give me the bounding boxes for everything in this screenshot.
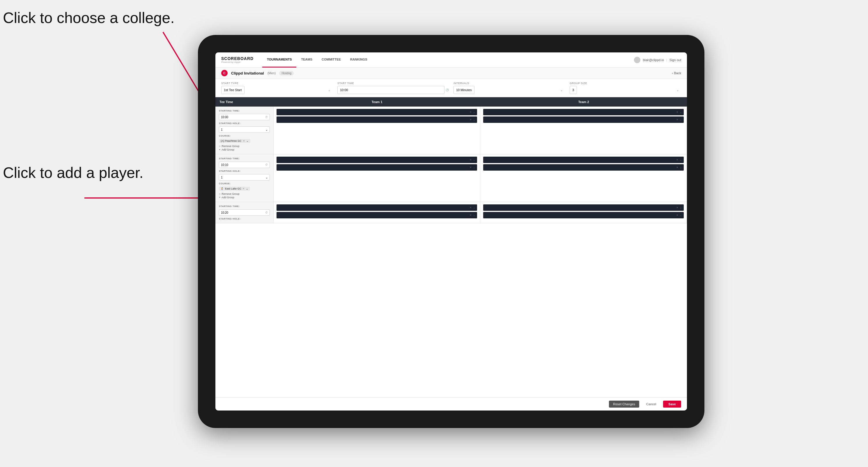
player-row-1b[interactable]: ✕ ⌄ (277, 117, 477, 123)
player-chevron-icon[interactable]: ⌄ (680, 118, 682, 121)
player-row-2c[interactable]: ✕ ⌄ (483, 157, 684, 163)
player-x-icon[interactable]: ✕ (676, 158, 679, 161)
course-label-2: COURSE: (219, 182, 270, 185)
add-group-link-1[interactable]: + Add Group (219, 148, 270, 151)
starting-time-label-1: STARTING TIME: (219, 110, 270, 112)
player-row-1d[interactable]: ✕ ⌄ (483, 117, 684, 123)
intervals-label: Intervals (454, 82, 565, 85)
player-chevron-icon[interactable]: ⌄ (680, 158, 682, 161)
player-row-2d[interactable]: ✕ ⌄ (483, 164, 684, 170)
player-x-icon[interactable]: ✕ (676, 118, 679, 121)
th-team1: Team 1 (274, 97, 480, 106)
start-time-input[interactable] (337, 86, 444, 94)
player-row-3d[interactable]: ✕ ⌄ (483, 212, 684, 218)
logo-area: SCOREBOARD Powered by clippd (221, 56, 253, 63)
remove-icon-2: ○ (219, 192, 220, 195)
course-remove-icon-2[interactable]: ✕ (243, 187, 245, 190)
player-x-icon[interactable]: ✕ (676, 111, 679, 114)
nav-rankings[interactable]: RANKINGS (345, 53, 372, 67)
player-x-icon[interactable]: ✕ (469, 214, 472, 217)
player-chevron-icon[interactable]: ⌄ (680, 214, 682, 217)
remove-group-link-2[interactable]: ○ Remove Group (219, 192, 270, 195)
tee-row-3: STARTING TIME: 10:20⏱ STARTING HOLE: ✕ ⌄ (215, 202, 687, 223)
add-group-link-2[interactable]: + Add Group (219, 196, 270, 199)
player-x-icon[interactable]: ✕ (469, 111, 472, 114)
nav-bar: SCOREBOARD Powered by clippd TOURNAMENTS… (215, 53, 687, 67)
hosting-badge: Hosting (279, 71, 294, 75)
player-x-icon[interactable]: ✕ (469, 118, 472, 121)
player-chevron-icon[interactable]: ⌄ (473, 111, 475, 114)
group-size-select[interactable]: 3 (570, 86, 577, 94)
player-row-3a[interactable]: ✕ ⌄ (277, 205, 477, 211)
player-row-1a[interactable]: ✕ ⌄ (277, 109, 477, 115)
footer-bar: Reset Changes Cancel Save (215, 397, 687, 410)
start-type-label: Start Type (221, 82, 333, 85)
nav-committee[interactable]: COMMITTEE (317, 53, 345, 67)
logo-sub: Powered by clippd (221, 61, 253, 63)
player-row-2a[interactable]: ✕ ⌄ (277, 157, 477, 163)
starting-time-input-2[interactable]: 10:10⏱ (219, 162, 270, 168)
course-chevron-icon-1: ⌄ (246, 139, 249, 143)
player-row-3c[interactable]: ✕ ⌄ (483, 205, 684, 211)
start-type-group: Start Type 1st Tee Start (221, 82, 333, 94)
remove-group-link-1[interactable]: ○ Remove Group (219, 145, 270, 148)
course-remove-icon-1[interactable]: ✕ (243, 139, 245, 143)
add-icon-1: + (219, 148, 220, 151)
back-button[interactable]: ‹ Back (672, 71, 681, 75)
player-x-icon[interactable]: ✕ (469, 206, 472, 209)
logo-text: SCOREBOARD (221, 56, 253, 61)
start-time-label: Start Time (337, 82, 449, 85)
user-email: blair@clippd.io (643, 58, 664, 62)
tee-left-2: STARTING TIME: 10:10⏱ STARTING HOLE: 1⌄ … (215, 154, 274, 202)
form-row: Start Type 1st Tee Start Start Time 🕐 In… (215, 79, 687, 97)
cancel-button[interactable]: Cancel (642, 401, 660, 408)
starting-time-label-3: STARTING TIME: (219, 205, 270, 208)
team2-cell-3: ✕ ⌄ ✕ ⌄ (480, 202, 687, 223)
player-chevron-icon[interactable]: ⌄ (473, 166, 475, 169)
player-x-icon[interactable]: ✕ (469, 158, 472, 161)
remove-icon-1: ○ (219, 145, 220, 148)
player-x-icon[interactable]: ✕ (676, 214, 679, 217)
th-team2: Team 2 (480, 97, 687, 106)
tee-row-2: STARTING TIME: 10:10⏱ STARTING HOLE: 1⌄ … (215, 154, 687, 202)
player-row-3b[interactable]: ✕ ⌄ (277, 212, 477, 218)
reset-button[interactable]: Reset Changes (609, 401, 639, 408)
player-x-icon[interactable]: ✕ (469, 166, 472, 169)
course-chevron-icon-2: ⌄ (246, 187, 248, 190)
starting-hole-label-2: STARTING HOLE: (219, 170, 270, 173)
course-label-1: COURSE: (219, 134, 270, 137)
nav-right: blair@clippd.io | Sign out (634, 57, 681, 63)
player-chevron-icon[interactable]: ⌄ (473, 118, 475, 121)
sign-out-link[interactable]: Sign out (670, 58, 681, 62)
player-x-icon[interactable]: ✕ (676, 166, 679, 169)
player-x-icon[interactable]: ✕ (676, 206, 679, 209)
start-type-select[interactable]: 1st Tee Start (221, 86, 245, 94)
start-time-group: Start Time 🕐 (337, 82, 449, 94)
tablet-frame: SCOREBOARD Powered by clippd TOURNAMENTS… (198, 35, 705, 428)
player-chevron-icon[interactable]: ⌄ (473, 206, 475, 209)
starting-hole-label-1: STARTING HOLE: (219, 122, 270, 125)
tablet-screen: SCOREBOARD Powered by clippd TOURNAMENTS… (215, 53, 687, 410)
action-links-1: ○ Remove Group + Add Group (219, 145, 270, 151)
team2-cell-2: ✕ ⌄ ✕ ⌄ (480, 154, 687, 202)
starting-time-input-3[interactable]: 10:20⏱ (219, 209, 270, 216)
player-chevron-icon[interactable]: ⌄ (473, 214, 475, 217)
starting-hole-input-2[interactable]: 1⌄ (219, 174, 270, 181)
course-tag-2[interactable]: 🏌 East Lake GC ✕ ⌄ (219, 187, 250, 191)
starting-hole-input-1[interactable]: 1⌄ (219, 126, 270, 133)
nav-teams[interactable]: TEAMS (296, 53, 317, 67)
player-chevron-icon[interactable]: ⌄ (680, 206, 682, 209)
player-chevron-icon[interactable]: ⌄ (680, 166, 682, 169)
nav-items: TOURNAMENTS TEAMS COMMITTEE RANKINGS (262, 53, 634, 67)
save-button[interactable]: Save (663, 401, 681, 408)
player-row-2b[interactable]: ✕ ⌄ (277, 164, 477, 170)
table-container: Tee Time Team 1 Team 2 STARTING TIME: 10… (215, 97, 687, 397)
group-size-group: Group Size 3 (570, 82, 681, 94)
player-row-1c[interactable]: ✕ ⌄ (483, 109, 684, 115)
player-chevron-icon[interactable]: ⌄ (473, 158, 475, 161)
nav-tournaments[interactable]: TOURNAMENTS (262, 53, 296, 67)
course-tag-1[interactable]: (A) Peachtree GC ✕ ⌄ (219, 139, 250, 143)
starting-time-input-1[interactable]: 10:00⏱ (219, 114, 270, 120)
player-chevron-icon[interactable]: ⌄ (680, 111, 682, 114)
intervals-select[interactable]: 10 Minutes (454, 86, 474, 94)
